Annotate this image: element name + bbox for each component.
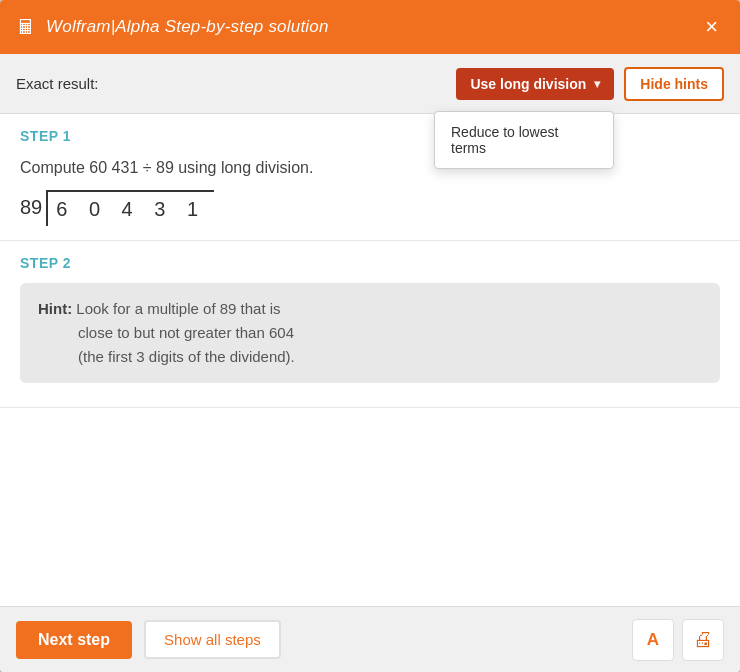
font-size-button[interactable]: A [632, 619, 674, 661]
step-1-text: Compute 60 431 ÷ 89 using long division. [20, 156, 720, 180]
long-division-button[interactable]: Use long division ▾ [456, 68, 614, 100]
close-button[interactable]: × [699, 12, 724, 42]
print-button[interactable]: 🖨 [682, 619, 724, 661]
titlebar-title: Wolfram|Alpha Step-by-step solution [46, 17, 329, 37]
content-area: STEP 1 Compute 60 431 ÷ 89 using long di… [0, 114, 740, 606]
next-step-button[interactable]: Next step [16, 621, 132, 659]
footer-icons: A 🖨 [632, 619, 724, 661]
hint-text-line2: close to but not greater than 604 [78, 321, 702, 345]
divisor: 89 [20, 190, 42, 222]
step-2-label: STEP 2 [20, 255, 720, 271]
dropdown-arrow-icon: ▾ [594, 77, 600, 91]
footer: Next step Show all steps A 🖨 [0, 606, 740, 672]
show-all-steps-button[interactable]: Show all steps [144, 620, 281, 659]
step-1-content: Compute 60 431 ÷ 89 using long division.… [20, 156, 720, 226]
hint-content: Look for a multiple of 89 that is [76, 300, 280, 317]
step-2-section: STEP 2 Hint: Look for a multiple of 89 t… [0, 241, 740, 408]
hide-hints-button[interactable]: Hide hints [624, 67, 724, 101]
exact-result-label: Exact result: [16, 75, 99, 92]
printer-icon: 🖨 [693, 628, 713, 651]
toolbar-right: Use long division ▾ Reduce to lowest ter… [456, 67, 724, 101]
step-1-section: STEP 1 Compute 60 431 ÷ 89 using long di… [0, 114, 740, 241]
toolbar: Exact result: Use long division ▾ Reduce… [0, 54, 740, 114]
hint-text-line3: (the first 3 digits of the dividend). [78, 345, 702, 369]
font-icon: A [647, 630, 659, 650]
step-1-label: STEP 1 [20, 128, 720, 144]
dropdown-item-reduce[interactable]: Reduce to lowest terms [435, 112, 613, 168]
long-division: 89 6 0 4 3 1 [20, 190, 720, 226]
hint-box: Hint: Look for a multiple of 89 that is … [20, 283, 720, 383]
titlebar-left: 🖩 Wolfram|Alpha Step-by-step solution [16, 16, 329, 39]
wolfram-icon: 🖩 [16, 16, 36, 39]
hint-bold: Hint: [38, 300, 72, 317]
main-window: 🖩 Wolfram|Alpha Step-by-step solution × … [0, 0, 740, 672]
titlebar: 🖩 Wolfram|Alpha Step-by-step solution × [0, 0, 740, 54]
dividend-box: 6 0 4 3 1 [46, 190, 214, 226]
dropdown-menu: Reduce to lowest terms [434, 111, 614, 169]
